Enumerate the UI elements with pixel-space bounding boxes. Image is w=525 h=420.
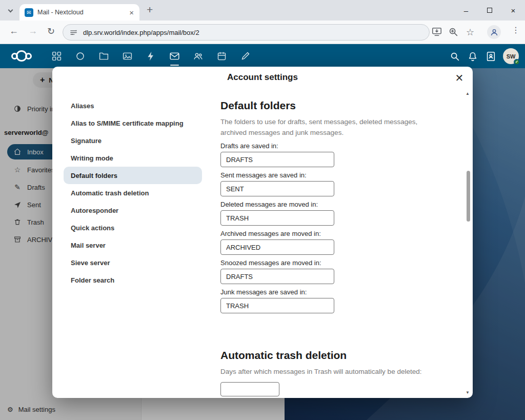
forward-button[interactable]: → — [28, 26, 37, 36]
settings-nav-writing-mode[interactable]: Writing mode — [64, 149, 202, 167]
site-info-icon[interactable] — [69, 28, 78, 37]
app-notes-icon[interactable] — [240, 51, 251, 62]
contacts-book-icon[interactable] — [485, 51, 496, 62]
modal-close-icon[interactable]: ✕ — [451, 70, 468, 86]
settings-nav-autoresponder[interactable]: Autoresponder — [64, 202, 202, 219]
field-group-junk: Junk messages are saved in: — [220, 288, 452, 313]
modal-title: Account settings — [52, 72, 473, 83]
field-group-snoozed: Snoozed messages are moved in: — [220, 259, 452, 284]
browser-tab[interactable]: ✉ Mail - Nextcloud × — [19, 4, 139, 21]
settings-nav: Aliases Alias to S/MIME certificate mapp… — [64, 97, 202, 289]
settings-nav-folder-search[interactable]: Folder search — [64, 271, 202, 289]
field-label: Sent messages are saved in: — [220, 171, 452, 179]
drafts-folder-select[interactable] — [220, 152, 334, 167]
app-menu — [51, 51, 251, 62]
trash-deletion-description: Days after which messages in Trash will … — [220, 366, 445, 377]
status-check-icon: ✓ — [514, 59, 520, 65]
tab-favicon-mail-icon: ✉ — [25, 8, 33, 17]
field-group-deleted: Deleted messages are moved in: — [220, 201, 452, 226]
window-controls: – × — [454, 0, 525, 21]
settings-content: Default folders The folders to use for d… — [220, 91, 452, 398]
address-bar[interactable]: dlp.srv.world/index.php/apps/mail/box/2 — [63, 24, 430, 41]
install-app-icon[interactable] — [431, 26, 443, 38]
settings-nav-sieve-server[interactable]: Sieve server — [64, 254, 202, 271]
notifications-bell-icon[interactable] — [467, 51, 478, 62]
window-maximize-button[interactable] — [478, 0, 501, 21]
window-close-button[interactable]: × — [501, 0, 525, 21]
field-label: Archived messages are moved in: — [220, 230, 452, 238]
unified-search-icon[interactable] — [449, 51, 460, 62]
snoozed-folder-select[interactable] — [220, 269, 334, 284]
settings-nav-trash-deletion[interactable]: Automatic trash deletion — [64, 184, 202, 202]
app-contacts-icon[interactable] — [193, 51, 204, 62]
tab-search-chevron-icon[interactable] — [6, 6, 15, 15]
screen: ✉ Mail - Nextcloud × + – × ← → ↻ dlp.srv… — [0, 0, 525, 420]
settings-nav-mail-server[interactable]: Mail server — [64, 236, 202, 254]
avatar-initials: SW — [507, 53, 516, 59]
field-label: Snoozed messages are moved in: — [220, 259, 452, 267]
header-actions: SW ✓ — [449, 48, 519, 64]
field-group-drafts: Drafts are saved in: — [220, 142, 452, 167]
app-calendar-icon[interactable] — [216, 51, 227, 62]
scroll-down-arrow[interactable]: ▼ — [465, 390, 471, 395]
field-label: Deleted messages are moved in: — [220, 201, 452, 209]
nextcloud-logo[interactable] — [11, 50, 32, 62]
sent-folder-select[interactable] — [220, 181, 334, 196]
account-settings-modal: Account settings ✕ Aliases Alias to S/MI… — [52, 67, 473, 398]
settings-nav-aliases[interactable]: Aliases — [64, 97, 202, 114]
app-mail-icon[interactable] — [169, 51, 180, 62]
field-label: Drafts are saved in: — [220, 142, 452, 150]
tab-title: Mail - Nextcloud — [37, 9, 127, 16]
app-circle-icon[interactable] — [75, 51, 86, 62]
scroll-up-arrow[interactable]: ▲ — [465, 91, 471, 96]
deleted-folder-select[interactable] — [220, 210, 334, 226]
app-files-icon[interactable] — [98, 51, 109, 62]
field-group-archived: Archived messages are moved in: — [220, 230, 452, 255]
settings-nav-smime-mapping[interactable]: Alias to S/MIME certificate mapping — [64, 114, 202, 132]
settings-nav-default-folders[interactable]: Default folders — [64, 167, 202, 184]
settings-nav-signature[interactable]: Signature — [64, 132, 202, 149]
trash-retention-days-input[interactable] — [220, 382, 279, 396]
zoom-icon[interactable] — [448, 26, 460, 38]
back-button[interactable]: ← — [9, 26, 18, 36]
browser-tab-strip: ✉ Mail - Nextcloud × + – × — [0, 0, 525, 21]
junk-folder-select[interactable] — [220, 298, 334, 313]
tab-close-icon[interactable]: × — [127, 8, 136, 17]
scrollbar-thumb[interactable] — [467, 171, 470, 222]
bookmark-star-icon[interactable]: ☆ — [464, 26, 476, 38]
archived-folder-select[interactable] — [220, 239, 334, 255]
new-tab-button[interactable]: + — [147, 4, 153, 16]
app-dashboard-icon[interactable] — [51, 51, 62, 62]
settings-nav-quick-actions[interactable]: Quick actions — [64, 219, 202, 236]
nextcloud-header: SW ✓ — [0, 44, 525, 68]
default-folders-heading: Default folders — [220, 99, 452, 112]
browser-menu-icon[interactable]: ⋮ — [512, 25, 520, 35]
reload-button[interactable]: ↻ — [47, 26, 55, 37]
field-label: Junk messages are saved in: — [220, 288, 452, 296]
app-activity-icon[interactable] — [146, 51, 156, 62]
app-photos-icon[interactable] — [122, 51, 133, 62]
user-avatar[interactable]: SW ✓ — [503, 48, 519, 64]
field-group-sent: Sent messages are saved in: — [220, 171, 452, 196]
window-minimize-button[interactable]: – — [454, 0, 478, 21]
trash-deletion-heading: Automatic trash deletion — [220, 349, 452, 362]
url-text: dlp.srv.world/index.php/apps/mail/box/2 — [83, 29, 199, 36]
default-folders-description: The folders to use for drafts, sent mess… — [220, 116, 445, 138]
browser-profile-avatar[interactable] — [487, 25, 501, 39]
